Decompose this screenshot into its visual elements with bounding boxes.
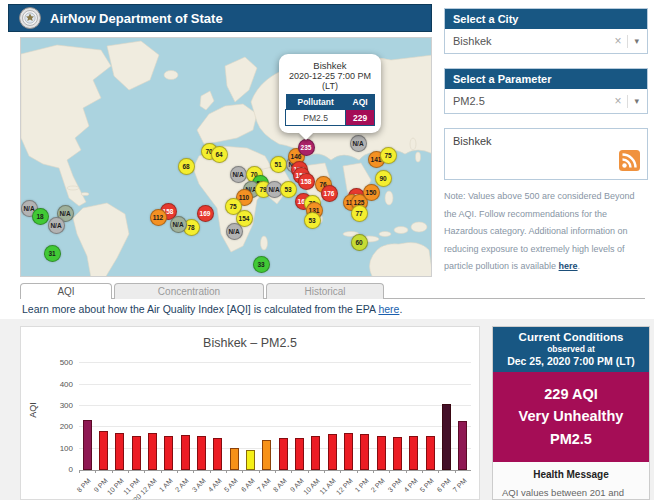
map-marker[interactable]: N/A [230, 166, 247, 183]
chart-bar [148, 433, 157, 470]
learn-more-here-link[interactable]: here [378, 303, 399, 315]
map-marker[interactable]: 77 [351, 205, 368, 222]
chart-bar [132, 436, 141, 470]
popup-col-aqi: AQI [346, 94, 375, 110]
map-marker[interactable]: 68 [178, 158, 195, 175]
chart-bar [295, 438, 304, 470]
chart-bar [181, 435, 190, 470]
airnow-page: AirNow Department of State [0, 0, 654, 500]
rss-icon[interactable] [619, 150, 640, 173]
divider [627, 95, 628, 108]
x-tick-mark [242, 470, 243, 473]
map-marker[interactable]: N/A [170, 216, 187, 233]
chart-bars [79, 359, 471, 470]
x-tick-mark [177, 470, 178, 473]
chart-bar [99, 431, 108, 470]
map-marker[interactable]: 150 [363, 184, 380, 201]
city-dropdown-caret-icon[interactable]: ▾ [634, 36, 639, 46]
popup-pollutant-value: PM2.5 [286, 110, 346, 126]
map-marker[interactable]: 51 [270, 156, 287, 173]
city-clear-icon[interactable]: × [614, 34, 621, 48]
map-marker[interactable]: 53 [280, 181, 297, 198]
map-marker[interactable]: 176 [321, 185, 338, 202]
chart-bar [328, 434, 337, 470]
x-tick-mark [422, 470, 423, 473]
x-tick-mark [389, 470, 390, 473]
chart-bar [393, 437, 402, 470]
x-tick-mark [161, 470, 162, 473]
beyond-aqi-note: Note: Values above 500 are considered Be… [444, 188, 646, 276]
map-marker[interactable]: 33 [253, 256, 270, 273]
map-marker[interactable]: 235 [298, 139, 315, 156]
select-city-label: Select a City [445, 9, 647, 29]
chart-bar [83, 420, 92, 470]
page-title: AirNow Department of State [50, 11, 223, 26]
rss-feed-box: Bishkek [444, 128, 648, 180]
chart-bar [246, 450, 255, 470]
x-tick-mark [308, 470, 309, 473]
map-marker[interactable]: 18 [32, 208, 49, 225]
tab-aqi[interactable]: AQI [20, 283, 112, 299]
map-popup: Bishkek 2020-12-25 7:00 PM (LT) Pollutan… [279, 54, 381, 133]
x-tick-mark [95, 470, 96, 473]
chart-bar [409, 436, 418, 470]
x-tick-mark [193, 470, 194, 473]
health-message-text: AQI values between 201 and 300 trigger a… [502, 485, 640, 500]
note-here-link[interactable]: here [559, 261, 578, 271]
x-tick-mark [357, 470, 358, 473]
state-department-seal-icon [19, 7, 41, 29]
chart-bar [377, 436, 386, 470]
health-message-title: Health Message [502, 469, 640, 480]
chart-title: Bishkek – PM2.5 [21, 336, 479, 350]
health-message-section: Health Message AQI values between 201 an… [493, 462, 649, 500]
y-tick-label: 400 [47, 380, 73, 389]
parameter-dropdown-caret-icon[interactable]: ▾ [634, 96, 639, 106]
chart-bar [458, 421, 467, 470]
tab-concentration[interactable]: Concentration [114, 283, 264, 299]
x-tick-mark [226, 470, 227, 473]
x-tick-mark [373, 470, 374, 473]
chart-bar [230, 448, 239, 470]
city-select-value: Bishkek [453, 35, 492, 47]
parameter-select-value: PM2.5 [453, 95, 485, 107]
tab-historical[interactable]: Historical [266, 283, 384, 299]
parameter-select[interactable]: PM2.5 × ▾ [445, 89, 647, 113]
world-aqi-map[interactable]: N/A18N/AN/A316815811278N/A169706451N/A70… [20, 37, 432, 277]
learn-more-text: Learn more about how the Air Quality Ind… [22, 303, 402, 315]
chart-bar [311, 436, 320, 470]
current-conditions-title: Current Conditions [495, 331, 647, 343]
popup-table: Pollutant AQI PM2.5 229 [285, 94, 375, 126]
x-tick-mark [210, 470, 211, 473]
popup-timezone: (LT) [285, 81, 375, 91]
x-tick-mark [406, 470, 407, 473]
aqi-chart-panel: Bishkek – PM2.5 AQI 8 PM9 PM10 PM11 PM12… [20, 326, 480, 500]
map-marker[interactable]: N/A [226, 223, 243, 240]
chart-bar [213, 438, 222, 470]
map-marker[interactable]: 169 [197, 205, 214, 222]
chart-bar [262, 440, 271, 470]
chart-bar [279, 438, 288, 470]
map-marker[interactable]: 90 [375, 170, 392, 187]
map-marker[interactable]: N/A [350, 135, 367, 152]
map-marker[interactable]: 60 [351, 234, 368, 251]
chart-bar [115, 433, 124, 470]
chart-bar [164, 436, 173, 470]
parameter-clear-icon[interactable]: × [614, 94, 621, 108]
current-aqi-category: Very Unhealthy [493, 405, 649, 427]
city-select[interactable]: Bishkek × ▾ [445, 29, 647, 53]
map-marker[interactable]: 158 [298, 173, 315, 190]
popup-datetime: 2020-12-25 7:00 PM [285, 71, 375, 81]
chart-bar [344, 433, 353, 470]
popup-aqi-value: 229 [346, 110, 375, 126]
map-marker[interactable]: 64 [211, 146, 228, 163]
map-marker[interactable]: 53 [304, 212, 321, 229]
chart-y-axis-label: AQI [28, 402, 38, 418]
map-marker[interactable]: 112 [150, 209, 167, 226]
chart-bar [360, 434, 369, 470]
x-tick-mark [79, 470, 80, 473]
map-marker[interactable]: 75 [380, 147, 397, 164]
map-marker[interactable]: 31 [44, 245, 61, 262]
y-tick-label: 100 [47, 444, 73, 453]
map-marker[interactable]: N/A [48, 217, 65, 234]
current-conditions-panel: Current Conditions observed at Dec 25, 2… [492, 326, 650, 500]
